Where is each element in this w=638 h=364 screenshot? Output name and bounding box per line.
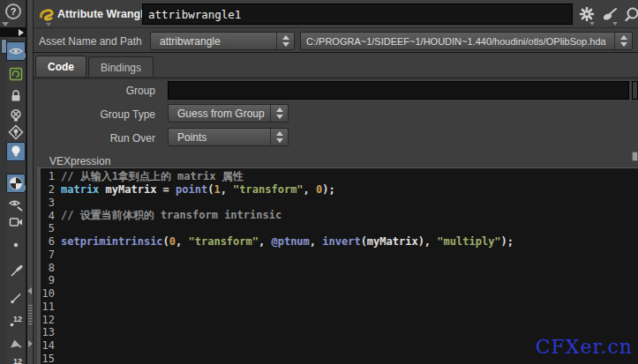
- diamond-bulb-icon[interactable]: [6, 123, 26, 142]
- code-text: matrix myMatrix = point(1, "transform", …: [61, 183, 335, 196]
- node-name-input[interactable]: attribwrangle1: [142, 4, 573, 25]
- line-number: 14: [41, 339, 55, 352]
- run-over-value: Points: [169, 129, 270, 145]
- group-type-label: Group Type: [53, 108, 155, 121]
- code-line: 12: [41, 313, 638, 326]
- vexpression-handle[interactable]: [632, 152, 638, 161]
- swirl-box-icon[interactable]: [6, 64, 26, 84]
- point-icon[interactable]: [6, 235, 26, 255]
- code-line: 3: [41, 197, 638, 210]
- point-numbers-icon[interactable]: 12: [6, 311, 26, 331]
- line-number: 10: [41, 287, 55, 300]
- line-number: 13: [41, 326, 55, 338]
- splitter-collapse-right-arrow[interactable]: [28, 340, 33, 347]
- tab-bar: Code Bindings: [34, 55, 638, 78]
- node-type-label: Attribute Wrangle: [57, 8, 150, 20]
- line-number: 9: [41, 274, 55, 286]
- group-input[interactable]: [168, 81, 629, 100]
- group-label: Group: [53, 85, 155, 97]
- line-number: 5: [41, 222, 55, 234]
- vex-code-editor[interactable]: 1// 从输入1拿到点上的 matrix 属性2matrix myMatrix …: [41, 167, 638, 364]
- wrangle-node-icon[interactable]: [39, 6, 55, 22]
- asset-name-spinner[interactable]: [276, 33, 294, 49]
- toolbar-expand-arrow[interactable]: [19, 29, 24, 36]
- spinner-down-icon: [282, 42, 289, 47]
- splitter-grip[interactable]: [28, 305, 33, 326]
- svg-text:12: 12: [13, 315, 22, 323]
- asset-name-dropdown[interactable]: attribwrangle: [150, 32, 295, 50]
- watermark: CFXer.cn: [536, 336, 633, 358]
- code-line: 6setprimintrinsic(0, "transform", @ptnum…: [41, 235, 638, 249]
- spinner-up-icon: [276, 108, 283, 112]
- bulb-icon[interactable]: [6, 142, 26, 161]
- chevron-down-icon[interactable]: [2, 22, 9, 26]
- asset-name-value: attribwrangle: [151, 33, 276, 49]
- group-type-dropdown[interactable]: Guess from Group: [168, 104, 289, 123]
- asset-path-value: C:/PROGRA~1/SIDEEF~1/HOUDIN~1.440/houdin…: [301, 33, 614, 49]
- line-number: 7: [41, 249, 55, 261]
- tab-bindings[interactable]: Bindings: [88, 56, 154, 78]
- spinner-up-icon: [620, 35, 627, 40]
- eye-icon[interactable]: [6, 41, 26, 61]
- run-over-dropdown[interactable]: Points: [168, 128, 289, 146]
- code-line: 8: [41, 261, 638, 274]
- spinner-up-icon: [282, 35, 289, 40]
- brush-icon[interactable]: [6, 262, 26, 281]
- line-number: 8: [41, 262, 55, 274]
- svg-text:12: 12: [13, 357, 22, 364]
- line-number: 6: [41, 235, 55, 248]
- tab-code[interactable]: Code: [35, 56, 86, 78]
- code-line: 11: [41, 301, 638, 314]
- brush-icon[interactable]: [602, 6, 618, 22]
- code-line: 5: [41, 222, 638, 235]
- lock-icon[interactable]: [6, 86, 26, 106]
- code-line: 7: [41, 249, 638, 262]
- node-menu-arrow-icon[interactable]: [46, 23, 51, 26]
- help-button[interactable]: ?: [5, 4, 21, 19]
- code-text: // 设置当前体积的 transform intrinsic: [61, 208, 281, 223]
- vexpression-label: VEXpression: [49, 155, 110, 167]
- group-type-spinner[interactable]: [270, 105, 288, 122]
- code-line: 2matrix myMatrix = point(1, "transform",…: [41, 183, 638, 197]
- line-number: 2: [41, 183, 55, 196]
- magnifier-icon[interactable]: [624, 6, 638, 22]
- needle-icon[interactable]: [6, 288, 26, 308]
- spinner-down-icon: [276, 138, 283, 143]
- code-line: 4// 设置当前体积的 transform intrinsic: [41, 209, 638, 222]
- asset-path-dropdown[interactable]: C:/PROGRA~1/SIDEEF~1/HOUDIN~1.440/houdin…: [300, 32, 633, 50]
- line-number: 11: [41, 301, 55, 313]
- line-number: 15: [41, 353, 55, 364]
- checkered-sphere-icon[interactable]: [6, 174, 26, 193]
- spinner-down-icon: [620, 42, 627, 47]
- code-line: 9: [41, 274, 638, 287]
- asset-name-path-label: Asset Name and Path: [39, 35, 142, 48]
- gear-icon[interactable]: [579, 6, 595, 22]
- code-line: 10: [41, 287, 638, 301]
- code-text: // 从输入1拿到点上的 matrix 属性: [61, 169, 244, 184]
- line-number: 4: [41, 210, 55, 222]
- asset-path-spinner[interactable]: [614, 33, 632, 49]
- line-number: 1: [41, 170, 55, 182]
- group-menu-button[interactable]: [632, 81, 638, 100]
- group-type-value: Guess from Group: [169, 105, 270, 122]
- point-numbers-2-icon[interactable]: 12: [6, 352, 26, 364]
- tab-bar-underline: [34, 77, 638, 79]
- splitter-collapse-left-arrow[interactable]: [27, 287, 32, 294]
- line-number: 12: [41, 314, 55, 326]
- code-line: 1// 从输入1拿到点上的 matrix 属性: [41, 170, 638, 183]
- run-over-spinner[interactable]: [270, 129, 288, 145]
- brush-menu-arrow-icon[interactable]: [612, 22, 618, 26]
- spinner-down-icon: [276, 115, 283, 119]
- eye-pen-icon[interactable]: [6, 195, 26, 214]
- code-text: setprimintrinsic(0, "transform", @ptnum,…: [61, 235, 514, 248]
- line-number: 3: [41, 197, 55, 209]
- hand-icon[interactable]: [6, 334, 26, 353]
- gear-menu-arrow-icon[interactable]: [589, 22, 595, 26]
- spinner-up-icon: [276, 131, 283, 136]
- camera-icon[interactable]: [6, 212, 26, 232]
- run-over-label: Run Over: [53, 132, 155, 145]
